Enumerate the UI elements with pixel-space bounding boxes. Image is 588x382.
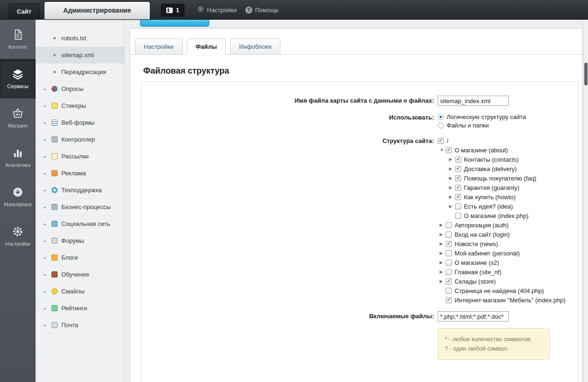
tree-node[interactable]: ▶Главная (site_nf) <box>438 267 566 277</box>
expand-arrow-icon[interactable]: ▸ <box>44 120 51 125</box>
site-tab[interactable]: Сайт <box>8 3 40 19</box>
expand-arrow-icon[interactable]: ▸ <box>44 289 51 294</box>
notifications-button[interactable]: 1 <box>161 4 184 16</box>
filename-input[interactable] <box>438 96 509 106</box>
expand-arrow-icon[interactable]: ▶ <box>449 204 455 209</box>
tree-node[interactable]: ▶Мой кабинет (personal) <box>438 248 566 258</box>
iconbar-item-shop[interactable]: Магазин <box>0 98 36 138</box>
iconbar-item-services[interactable]: Сервисы <box>0 59 36 98</box>
include-files-input[interactable] <box>438 311 509 322</box>
checkbox[interactable] <box>446 222 452 228</box>
expand-arrow-icon[interactable]: ▶ <box>440 260 446 265</box>
tab-1[interactable]: Файлы <box>187 38 226 54</box>
expand-arrow-icon[interactable]: ▶ <box>449 157 455 162</box>
tab-2[interactable]: Инфоблоки <box>230 38 280 54</box>
expand-arrow-icon[interactable]: ▸ <box>44 239 51 243</box>
expand-arrow-icon[interactable]: ▸ <box>44 188 51 193</box>
sidebar-item-controller[interactable]: ▸Контроллер <box>36 131 124 148</box>
radio-icon[interactable] <box>438 114 444 120</box>
sidebar-item-stickers[interactable]: ▸Стикеры <box>36 97 124 114</box>
expand-arrow-icon[interactable]: ▶ <box>449 185 455 190</box>
checkbox[interactable] <box>446 250 452 256</box>
sidebar-item-sitemap[interactable]: sitemap.xml <box>36 47 124 64</box>
sidebar-item-mail[interactable]: ▸Почта <box>36 317 124 334</box>
expand-arrow-icon[interactable]: ▶ <box>440 232 446 237</box>
checkbox[interactable] <box>446 260 452 266</box>
tree-node[interactable]: Интернет-магазин "Мебель" (index.php) <box>438 295 566 305</box>
sidebar-item-ads[interactable]: ▸Реклама <box>36 165 124 182</box>
scrollbar[interactable] <box>583 20 588 382</box>
tree-node[interactable]: / <box>438 136 566 145</box>
iconbar-item-settings[interactable]: Настройки <box>0 217 36 256</box>
sidebar-item-mailing[interactable]: ▸Рассылки <box>36 148 124 165</box>
tree-node[interactable]: ▶Вход на сайт (login) <box>438 230 566 239</box>
tree-node[interactable]: ▶О магазине (s2) <box>438 258 566 267</box>
topbar-help-button[interactable]: ? Помощь <box>245 0 279 20</box>
collapse-arrow-icon[interactable]: ▼ <box>440 148 446 152</box>
checkbox[interactable] <box>455 185 461 191</box>
expand-arrow-icon[interactable]: ▶ <box>440 270 446 274</box>
checkbox[interactable] <box>455 203 461 210</box>
expand-arrow-icon[interactable]: ▸ <box>44 104 51 108</box>
sidebar-item-ratings[interactable]: ▸Рейтинги <box>36 300 124 317</box>
expand-arrow-icon[interactable]: ▶ <box>449 176 455 180</box>
radio-option-1[interactable]: Файлы и папки <box>438 121 526 129</box>
sidebar-item-robots[interactable]: robots.txt <box>36 30 124 47</box>
sidebar-item-smiles[interactable]: ▸Смайлы <box>36 283 124 300</box>
checkbox[interactable] <box>455 213 461 219</box>
sidebar-item-polls[interactable]: ▸Опросы <box>36 81 124 97</box>
expand-arrow-icon[interactable]: ▸ <box>44 154 51 159</box>
tree-node[interactable]: ▶Помощь покупателю (faq) <box>438 173 566 183</box>
expand-arrow-icon[interactable]: ▸ <box>44 171 51 176</box>
tree-node[interactable]: ▼О магазине (about) <box>438 145 566 155</box>
tree-node[interactable]: ▶Гарантия (guaranty) <box>438 183 566 192</box>
sidebar-item-training[interactable]: ▸Обучение <box>36 266 124 283</box>
iconbar-item-marketplace[interactable]: Marketplace <box>0 177 36 217</box>
tree-node[interactable]: Страница не найдена (404.php) <box>438 286 566 295</box>
sidebar-item-forums[interactable]: ▸Форумы <box>36 232 124 249</box>
tab-0[interactable]: Настройки <box>135 38 183 54</box>
expand-arrow-icon[interactable]: ▸ <box>44 137 51 142</box>
tree-node[interactable]: ▶Как купить (howto) <box>438 192 566 202</box>
sidebar-item-social[interactable]: ▸Социальная сеть <box>36 216 124 232</box>
iconbar-item-analytics[interactable]: Аналитика <box>0 138 36 177</box>
expand-arrow-icon[interactable]: ▸ <box>44 323 51 328</box>
expand-arrow-icon[interactable]: ▸ <box>44 306 51 311</box>
tree-node[interactable]: ▶Есть идея? (idea) <box>438 202 566 211</box>
checkbox[interactable] <box>446 278 452 285</box>
tree-node[interactable]: ▶Новости (news) <box>438 239 566 248</box>
expand-arrow-icon[interactable]: ▸ <box>44 272 51 277</box>
expand-arrow-icon[interactable]: ▸ <box>44 87 51 91</box>
checkbox[interactable] <box>446 297 452 303</box>
radio-icon[interactable] <box>438 122 444 128</box>
checkbox[interactable] <box>455 175 461 181</box>
sidebar-item-blogs[interactable]: ▸Блоги <box>36 249 124 266</box>
iconbar-item-content[interactable]: Контент <box>0 20 36 59</box>
tree-node[interactable]: ▶Авторизация (auth) <box>438 220 566 230</box>
expand-arrow-icon[interactable]: ▶ <box>449 195 455 199</box>
expand-arrow-icon[interactable]: ▶ <box>440 223 446 227</box>
expand-arrow-icon[interactable]: ▸ <box>44 255 51 260</box>
checkbox[interactable] <box>446 147 452 153</box>
radio-option-0[interactable]: Логическую структуру сайта <box>438 112 526 121</box>
checkbox[interactable] <box>455 166 461 172</box>
sidebar-item-redirect[interactable]: Переадресация <box>36 64 124 81</box>
expand-arrow-icon[interactable]: ▸ <box>44 205 51 210</box>
topbar-settings-button[interactable]: Настройки <box>197 0 237 20</box>
checkbox[interactable] <box>438 138 444 144</box>
tree-node[interactable]: ▶Контакты (contacts) <box>438 155 566 164</box>
checkbox[interactable] <box>446 241 452 247</box>
expand-arrow-icon[interactable]: ▸ <box>44 222 51 226</box>
expand-arrow-icon[interactable]: ▶ <box>440 279 446 284</box>
checkbox[interactable] <box>455 194 461 200</box>
expand-arrow-icon[interactable]: ▶ <box>440 241 446 246</box>
expand-arrow-icon[interactable]: ▶ <box>449 166 455 171</box>
sidebar-item-support[interactable]: ▸Техподдержка <box>36 182 124 199</box>
admin-tab[interactable]: Администрирование <box>44 2 150 19</box>
sidebar-item-bizproc[interactable]: ▸Бизнес-процессы <box>36 199 124 216</box>
checkbox[interactable] <box>446 269 452 275</box>
scrollbar-thumb[interactable] <box>584 63 588 85</box>
tree-node[interactable]: ▶Склады (store) <box>438 277 566 286</box>
checkbox[interactable] <box>455 157 461 163</box>
tree-node[interactable]: О магазине (index.php) <box>438 211 566 220</box>
